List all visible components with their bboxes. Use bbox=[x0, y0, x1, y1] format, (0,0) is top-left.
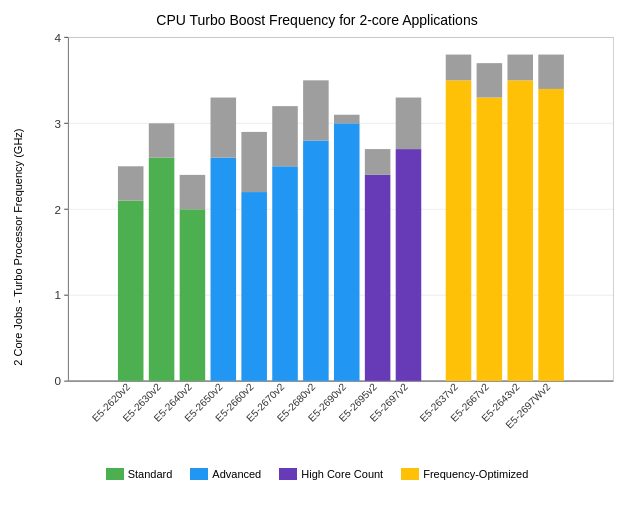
legend-color bbox=[190, 468, 208, 480]
svg-rect-35 bbox=[303, 80, 329, 140]
svg-rect-32 bbox=[272, 106, 298, 166]
svg-rect-23 bbox=[180, 175, 206, 209]
legend-color bbox=[106, 468, 124, 480]
legend-item-frequency-optimized: Frequency-Optimized bbox=[401, 468, 528, 480]
svg-rect-50 bbox=[477, 63, 503, 97]
svg-rect-55 bbox=[538, 89, 564, 381]
svg-text:4: 4 bbox=[54, 32, 61, 44]
svg-rect-19 bbox=[149, 158, 175, 381]
svg-rect-47 bbox=[446, 55, 472, 81]
svg-rect-37 bbox=[334, 123, 360, 381]
svg-rect-22 bbox=[180, 209, 206, 381]
svg-rect-25 bbox=[211, 158, 237, 381]
y-axis-label: 2 Core Jobs - Turbo Processor Frequency … bbox=[10, 32, 26, 462]
legend-color bbox=[401, 468, 419, 480]
legend-label: Standard bbox=[128, 468, 173, 480]
legend-label: Frequency-Optimized bbox=[423, 468, 528, 480]
svg-rect-40 bbox=[365, 175, 391, 381]
svg-rect-44 bbox=[396, 98, 422, 150]
svg-text:2: 2 bbox=[54, 202, 61, 215]
svg-rect-34 bbox=[303, 141, 329, 382]
legend: StandardAdvancedHigh Core CountFrequency… bbox=[10, 468, 624, 480]
svg-text:0: 0 bbox=[54, 374, 61, 387]
chart-container: CPU Turbo Boost Frequency for 2-core App… bbox=[0, 0, 634, 510]
svg-text:3: 3 bbox=[54, 117, 61, 130]
legend-color bbox=[279, 468, 297, 480]
main-chart: 01234E5-2620v2E5-2630v2E5-2640v2E5-2650v… bbox=[28, 32, 624, 462]
svg-rect-46 bbox=[446, 80, 472, 381]
svg-rect-31 bbox=[272, 166, 298, 381]
svg-rect-17 bbox=[118, 166, 144, 200]
svg-rect-20 bbox=[149, 123, 175, 157]
svg-rect-38 bbox=[334, 115, 360, 124]
svg-rect-56 bbox=[538, 55, 564, 89]
svg-rect-43 bbox=[396, 149, 422, 381]
svg-rect-41 bbox=[365, 149, 391, 175]
svg-rect-26 bbox=[211, 98, 237, 158]
legend-item-high-core-count: High Core Count bbox=[279, 468, 383, 480]
svg-rect-52 bbox=[507, 80, 533, 381]
svg-rect-29 bbox=[241, 132, 267, 192]
chart-area: 2 Core Jobs - Turbo Processor Frequency … bbox=[10, 32, 624, 462]
legend-item-standard: Standard bbox=[106, 468, 173, 480]
legend-label: High Core Count bbox=[301, 468, 383, 480]
plot-area: 01234E5-2620v2E5-2630v2E5-2640v2E5-2650v… bbox=[28, 32, 624, 462]
svg-rect-53 bbox=[507, 55, 533, 81]
svg-rect-28 bbox=[241, 192, 267, 381]
svg-rect-49 bbox=[477, 98, 503, 382]
legend-label: Advanced bbox=[212, 468, 261, 480]
svg-rect-16 bbox=[118, 201, 144, 381]
chart-title: CPU Turbo Boost Frequency for 2-core App… bbox=[10, 12, 624, 28]
legend-item-advanced: Advanced bbox=[190, 468, 261, 480]
svg-text:1: 1 bbox=[54, 288, 61, 301]
